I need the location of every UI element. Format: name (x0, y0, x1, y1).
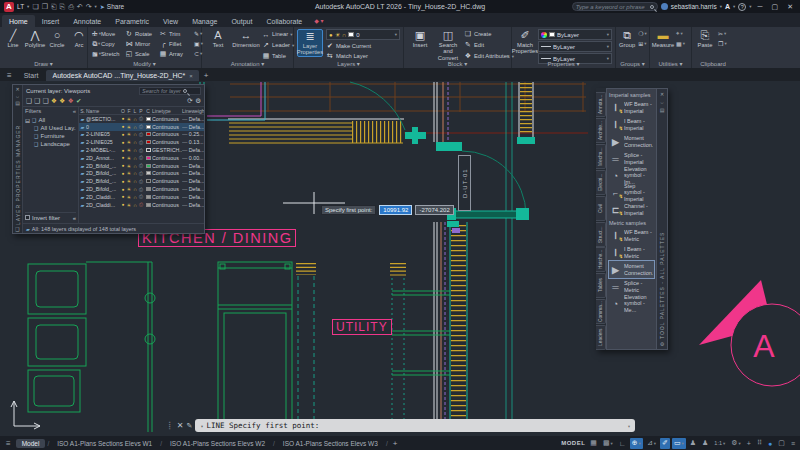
mirror-button[interactable]: ⋈Mirror (125, 39, 157, 49)
properties-dropdown-0[interactable]: ByLayer▾ (538, 29, 612, 40)
layer-linetype[interactable]: GESTRICH... (152, 147, 182, 153)
column-header-c[interactable]: C (144, 108, 152, 114)
save-icon[interactable]: ⎗ (51, 3, 57, 11)
column-header-s[interactable]: S. (79, 108, 86, 114)
text-button[interactable]: AText (205, 29, 231, 48)
layer-lineweight[interactable]: — Defa... (182, 147, 204, 153)
user-menu[interactable]: sebastian.harris (671, 3, 717, 10)
move-button[interactable]: ✛Move (91, 29, 123, 39)
layer-row[interactable]: ▰2D_Claddi...●☀∩⎙Continuous— Defa... (79, 201, 204, 209)
palette-item-wf-beam-imperial[interactable]: Ⅰ↯WF Beam - Imperial (609, 99, 654, 116)
lineweight-icon[interactable]: ▭▾ (672, 438, 686, 449)
palette-tab-archite[interactable]: Archite... (596, 118, 606, 143)
layer-row[interactable]: ▰2-LINIE025●☀∩⎙Continuous— 0.13... (79, 138, 204, 146)
new-drawing-tab-button[interactable]: + (200, 71, 213, 81)
layer-lineweight[interactable]: — Defa... (182, 178, 204, 184)
command-line-customize-icon[interactable]: ✎ (187, 422, 193, 430)
palette-tab-struct[interactable]: Struct... (596, 222, 606, 247)
layout-tab-3[interactable]: ISO A1-Plans Sections Elevs W3 (277, 439, 384, 448)
palette-tab-annota[interactable]: Annota... (596, 92, 606, 117)
layer-row[interactable]: ▰2D_Bifold_...●☀∩⎙Continuous— Defa... (79, 177, 204, 185)
layer-linetype[interactable]: Continuous (152, 124, 182, 130)
start-tab[interactable]: Start (17, 70, 46, 81)
layer-linetype[interactable]: Continuous (152, 163, 182, 169)
undo-icon[interactable]: ↶ (77, 3, 83, 11)
clipboard-tool-0[interactable]: ✂▾ (718, 29, 727, 38)
ribbon-tab-insert[interactable]: Insert (35, 15, 67, 27)
new-file-icon[interactable]: ❏ (32, 3, 38, 11)
palette-tab-hatche[interactable]: Hatche... (596, 247, 606, 272)
share-button[interactable]: ➤Share (100, 3, 124, 10)
groups-tool-1[interactable]: ⊞▾ (638, 39, 647, 48)
new-group-filter-icon[interactable]: ❑ (34, 97, 40, 105)
collapse-invert-icon[interactable]: « (73, 215, 76, 221)
match-properties-button[interactable]: ✐ Match Properties (515, 29, 535, 55)
collapse-filters-icon[interactable]: « (73, 108, 76, 116)
filter-tree-landscape[interactable]: ❑Landscape (25, 140, 76, 148)
invert-filter-checkbox[interactable] (25, 215, 30, 220)
tool-palette-properties-icon[interactable]: ▤ (660, 107, 665, 113)
layer-lineweight[interactable]: — 0.25... (182, 131, 204, 137)
model-tab[interactable]: Model (16, 439, 46, 448)
close-drawing-icon[interactable]: × (189, 73, 193, 79)
trim-button[interactable]: ✂Trim (159, 29, 191, 39)
palette-item-moment-connection[interactable]: ▶Moment Connection... (609, 133, 654, 150)
layer-row[interactable]: ▰2D_Bifold_...●☀∩⎙Continuous— Defa... (79, 162, 204, 170)
layout-tab-2[interactable]: ISO A1-Plans Sections Elevs W2 (164, 439, 271, 448)
layer-linetype[interactable]: Continuous (152, 116, 182, 122)
qat-customize-icon[interactable]: ▾ (95, 4, 97, 9)
layer-linetype[interactable]: Continuous (152, 155, 182, 161)
scale-button[interactable]: ◱Scale (125, 49, 157, 59)
make-current-button[interactable]: ✔Make Current (326, 41, 400, 51)
palette-item-elevation-symbol-im[interactable]: ◔Elevation symbol - Im... (609, 167, 654, 184)
search-icon[interactable] (650, 5, 654, 9)
layer-dropdown[interactable]: ●☀∩0▾ (326, 29, 400, 40)
annotation-autoscale-icon[interactable]: ♟ (700, 438, 710, 449)
plot-icon[interactable]: ⎙ (68, 3, 74, 11)
insert-button[interactable]: ▣Insert (407, 29, 433, 61)
copy-button[interactable]: ⧉Copy (91, 39, 123, 49)
properties-panel-label[interactable]: Properties ▾ (512, 60, 615, 68)
new-layer-icon[interactable]: ❖ (51, 97, 57, 105)
palette-item-channel-imperial[interactable]: ⊏↯Channel - Imperial (609, 201, 654, 218)
delete-layer-icon[interactable]: ❖ (68, 97, 74, 105)
clean-screen-icon[interactable]: ▢ (776, 438, 787, 449)
layer-color-swatch[interactable] (144, 156, 152, 160)
layer-palette-titlebar[interactable]: ✕ ⇔ ▤ LAYER PROPERTIES MANAGER ❑ (13, 85, 23, 233)
properties-dropdown-1[interactable]: ByLayer▾ (538, 41, 612, 52)
layout-tab-1[interactable]: ISO A1-Plans Sections Elevs W1 (51, 439, 158, 448)
layer-states-icon[interactable]: ❑ (43, 97, 49, 105)
ribbon-tab-annotate[interactable]: Annotate (66, 15, 108, 27)
ribbon-extra-icon[interactable]: ◆ ▾ (309, 17, 328, 27)
linear-button[interactable]: ↔Linear▾ (262, 29, 294, 39)
layer-color-swatch[interactable] (144, 125, 152, 129)
modify-panel-label[interactable]: Modify ▾ (88, 60, 201, 68)
command-dropdown-icon[interactable]: ▾ (627, 423, 630, 429)
tool-palette-close-icon[interactable]: ✕ (660, 91, 664, 97)
new-layout-button[interactable]: + (390, 439, 401, 448)
stretch-button[interactable]: ↘Stretch (91, 49, 123, 59)
layers-panel-label[interactable]: Layers ▾ (294, 60, 403, 68)
column-header-name[interactable]: Name (86, 108, 120, 114)
draw-panel-label[interactable]: Draw ▾ (0, 60, 87, 68)
dynamic-input-icon[interactable]: ✐ (660, 438, 670, 449)
redo-icon[interactable]: ↷ (86, 3, 92, 11)
layer-lineweight[interactable]: — 0.13... (182, 139, 204, 145)
command-input[interactable]: ▾ LINE Specify first point: ▾ (195, 419, 635, 432)
annotation-scale-icon[interactable]: 1:1▾ (712, 438, 727, 449)
layer-row[interactable]: ▰@SECTIO...●☀∩⎙Continuous— Defa... (79, 115, 204, 123)
layer-linetype[interactable]: Continuous (152, 170, 182, 176)
array-button[interactable]: ▦Array (159, 49, 191, 59)
ribbon-tab-collaborate[interactable]: Collaborate (259, 15, 309, 27)
tool-palette-autohide-icon[interactable]: ⇔ (660, 99, 665, 105)
command-line-grip[interactable]: ⡇ (168, 421, 174, 430)
layer-row[interactable]: ▰2-LINIE05●☀∩⎙Continuous— 0.25... (79, 131, 204, 139)
circle-button[interactable]: ○Circle (47, 29, 67, 48)
polyline-button[interactable]: ⋀Polyline (25, 29, 45, 48)
layer-row[interactable]: ▰2D_Annot...●☀∩⎙Continuous— 0.00... (79, 154, 204, 162)
ribbon-tab-view[interactable]: View (156, 15, 185, 27)
osnap-icon[interactable]: ⊕▾ (630, 438, 643, 449)
palette-tab-civil[interactable]: Civil (596, 196, 606, 221)
dimension-button[interactable]: ↔Dimension (233, 29, 259, 48)
palette-close-icon[interactable]: ✕ (15, 86, 19, 92)
